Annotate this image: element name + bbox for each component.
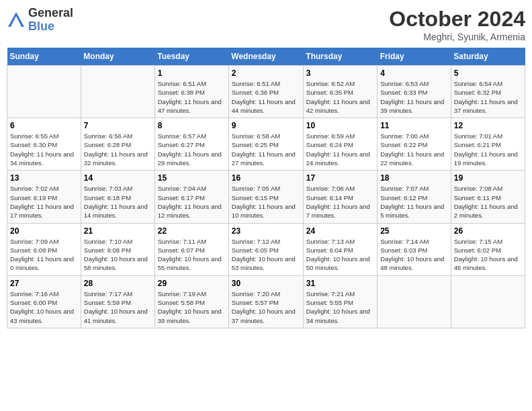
day-number: 4: [380, 68, 448, 78]
table-row: 29Sunrise: 7:19 AM Sunset: 5:58 PM Dayli…: [154, 275, 228, 328]
day-info: Sunrise: 7:16 AM Sunset: 6:00 PM Dayligh…: [10, 289, 78, 325]
day-number: 5: [454, 68, 522, 78]
table-row: 17Sunrise: 7:06 AM Sunset: 6:14 PM Dayli…: [303, 171, 377, 223]
day-info: Sunrise: 6:51 AM Sunset: 6:36 PM Dayligh…: [232, 79, 300, 115]
table-row: 25Sunrise: 7:14 AM Sunset: 6:03 PM Dayli…: [378, 223, 451, 275]
day-number: 3: [306, 68, 374, 78]
table-row: 3Sunrise: 6:52 AM Sunset: 6:35 PM Daylig…: [303, 66, 377, 118]
calendar-header: SundayMondayTuesdayWednesdayThursdayFrid…: [7, 48, 525, 66]
day-info: Sunrise: 7:19 AM Sunset: 5:58 PM Dayligh…: [158, 289, 226, 325]
day-info: Sunrise: 7:07 AM Sunset: 6:12 PM Dayligh…: [380, 184, 448, 220]
table-row: 16Sunrise: 7:05 AM Sunset: 6:15 PM Dayli…: [228, 171, 303, 223]
day-info: Sunrise: 7:20 AM Sunset: 5:57 PM Dayligh…: [232, 289, 300, 325]
table-row: [81, 66, 154, 118]
table-row: 6Sunrise: 6:55 AM Sunset: 6:30 PM Daylig…: [7, 118, 81, 171]
day-number: 21: [84, 226, 152, 236]
table-row: 1Sunrise: 6:51 AM Sunset: 6:38 PM Daylig…: [154, 66, 228, 118]
table-row: 31Sunrise: 7:21 AM Sunset: 5:55 PM Dayli…: [303, 275, 377, 328]
page-header: General Blue October 2024 Meghri, Syunik…: [7, 7, 525, 42]
table-row: [7, 66, 81, 118]
day-number: 25: [380, 226, 448, 236]
day-number: 10: [306, 121, 374, 130]
day-number: 17: [306, 173, 374, 183]
header-day-wednesday: Wednesday: [228, 48, 303, 66]
day-info: Sunrise: 7:17 AM Sunset: 5:59 PM Dayligh…: [84, 289, 152, 325]
calendar-table: SundayMondayTuesdayWednesdayThursdayFrid…: [7, 48, 525, 328]
day-number: 14: [84, 173, 152, 183]
table-row: 22Sunrise: 7:11 AM Sunset: 6:07 PM Dayli…: [154, 223, 228, 275]
table-row: 14Sunrise: 7:03 AM Sunset: 6:18 PM Dayli…: [81, 171, 154, 223]
day-number: 2: [232, 68, 300, 78]
table-row: 30Sunrise: 7:20 AM Sunset: 5:57 PM Dayli…: [228, 275, 303, 328]
day-number: 22: [158, 226, 226, 236]
logo-text: General Blue: [28, 7, 73, 34]
day-number: 9: [232, 121, 300, 130]
week-row-2: 13Sunrise: 7:02 AM Sunset: 6:19 PM Dayli…: [7, 171, 525, 223]
day-number: 24: [306, 226, 374, 236]
day-info: Sunrise: 7:11 AM Sunset: 6:07 PM Dayligh…: [158, 237, 226, 273]
day-info: Sunrise: 7:00 AM Sunset: 6:22 PM Dayligh…: [380, 132, 448, 167]
day-info: Sunrise: 7:05 AM Sunset: 6:15 PM Dayligh…: [232, 184, 300, 220]
table-row: 23Sunrise: 7:12 AM Sunset: 6:05 PM Dayli…: [228, 223, 303, 275]
table-row: 4Sunrise: 6:53 AM Sunset: 6:33 PM Daylig…: [378, 66, 451, 118]
day-info: Sunrise: 7:13 AM Sunset: 6:04 PM Dayligh…: [306, 237, 374, 273]
table-row: 9Sunrise: 6:58 AM Sunset: 6:25 PM Daylig…: [228, 118, 303, 171]
table-row: 15Sunrise: 7:04 AM Sunset: 6:17 PM Dayli…: [154, 171, 228, 223]
month-title: October 2024: [389, 7, 525, 32]
week-row-1: 6Sunrise: 6:55 AM Sunset: 6:30 PM Daylig…: [7, 118, 525, 171]
day-number: 16: [232, 173, 300, 183]
day-number: 11: [380, 121, 448, 130]
table-row: 11Sunrise: 7:00 AM Sunset: 6:22 PM Dayli…: [378, 118, 451, 171]
day-info: Sunrise: 7:14 AM Sunset: 6:03 PM Dayligh…: [380, 237, 448, 273]
header-row: SundayMondayTuesdayWednesdayThursdayFrid…: [7, 48, 525, 66]
table-row: [451, 275, 525, 328]
day-info: Sunrise: 7:15 AM Sunset: 6:02 PM Dayligh…: [454, 237, 522, 273]
day-info: Sunrise: 7:01 AM Sunset: 6:21 PM Dayligh…: [454, 132, 522, 167]
day-info: Sunrise: 7:21 AM Sunset: 5:55 PM Dayligh…: [306, 289, 374, 325]
table-row: 5Sunrise: 6:54 AM Sunset: 6:32 PM Daylig…: [451, 66, 525, 118]
day-number: 26: [454, 226, 522, 236]
day-info: Sunrise: 6:56 AM Sunset: 6:28 PM Dayligh…: [84, 132, 152, 167]
day-info: Sunrise: 6:51 AM Sunset: 6:38 PM Dayligh…: [158, 79, 226, 115]
table-row: 12Sunrise: 7:01 AM Sunset: 6:21 PM Dayli…: [451, 118, 525, 171]
day-info: Sunrise: 7:04 AM Sunset: 6:17 PM Dayligh…: [158, 184, 226, 220]
table-row: 8Sunrise: 6:57 AM Sunset: 6:27 PM Daylig…: [154, 118, 228, 171]
table-row: 28Sunrise: 7:17 AM Sunset: 5:59 PM Dayli…: [81, 275, 154, 328]
day-number: 28: [84, 279, 152, 288]
table-row: [378, 275, 451, 328]
day-number: 31: [306, 279, 374, 288]
logo-icon: [7, 11, 26, 30]
day-number: 20: [10, 226, 78, 236]
week-row-0: 1Sunrise: 6:51 AM Sunset: 6:38 PM Daylig…: [7, 66, 525, 118]
logo-general: General: [28, 7, 73, 20]
day-info: Sunrise: 7:08 AM Sunset: 6:11 PM Dayligh…: [454, 184, 522, 220]
table-row: 10Sunrise: 6:59 AM Sunset: 6:24 PM Dayli…: [303, 118, 377, 171]
day-info: Sunrise: 7:03 AM Sunset: 6:18 PM Dayligh…: [84, 184, 152, 220]
day-number: 23: [232, 226, 300, 236]
day-info: Sunrise: 6:58 AM Sunset: 6:25 PM Dayligh…: [232, 132, 300, 167]
table-row: 20Sunrise: 7:09 AM Sunset: 6:09 PM Dayli…: [7, 223, 81, 275]
day-number: 30: [232, 279, 300, 288]
day-info: Sunrise: 7:09 AM Sunset: 6:09 PM Dayligh…: [10, 237, 78, 273]
day-info: Sunrise: 6:55 AM Sunset: 6:30 PM Dayligh…: [10, 132, 78, 167]
table-row: 2Sunrise: 6:51 AM Sunset: 6:36 PM Daylig…: [228, 66, 303, 118]
day-number: 19: [454, 173, 522, 183]
table-row: 7Sunrise: 6:56 AM Sunset: 6:28 PM Daylig…: [81, 118, 154, 171]
day-number: 18: [380, 173, 448, 183]
logo: General Blue: [7, 7, 73, 34]
table-row: 18Sunrise: 7:07 AM Sunset: 6:12 PM Dayli…: [378, 171, 451, 223]
day-info: Sunrise: 7:02 AM Sunset: 6:19 PM Dayligh…: [10, 184, 78, 220]
day-info: Sunrise: 6:54 AM Sunset: 6:32 PM Dayligh…: [454, 79, 522, 115]
day-info: Sunrise: 7:06 AM Sunset: 6:14 PM Dayligh…: [306, 184, 374, 220]
header-day-thursday: Thursday: [303, 48, 377, 66]
day-number: 8: [158, 121, 226, 130]
day-number: 6: [10, 121, 78, 130]
table-row: 21Sunrise: 7:10 AM Sunset: 6:08 PM Dayli…: [81, 223, 154, 275]
table-row: 13Sunrise: 7:02 AM Sunset: 6:19 PM Dayli…: [7, 171, 81, 223]
header-day-sunday: Sunday: [7, 48, 81, 66]
day-info: Sunrise: 6:52 AM Sunset: 6:35 PM Dayligh…: [306, 79, 374, 115]
table-row: 27Sunrise: 7:16 AM Sunset: 6:00 PM Dayli…: [7, 275, 81, 328]
day-number: 27: [10, 279, 78, 288]
day-number: 7: [84, 121, 152, 130]
day-number: 12: [454, 121, 522, 130]
